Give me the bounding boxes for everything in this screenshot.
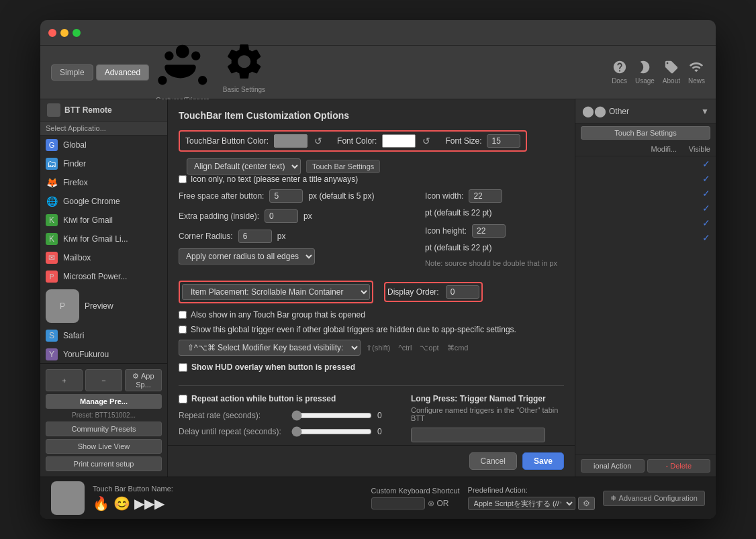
sidebar-item-finder[interactable]: 🗂 Finder (40, 154, 167, 173)
bottom-bar: Touch Bar Button Name: 🔥 😊 ▶▶▶ Custom Ke… (40, 477, 716, 519)
icon-only-checkbox[interactable] (179, 175, 187, 183)
font-size-input[interactable] (487, 134, 520, 148)
placement-select[interactable]: Item Placement: Scrollable Main Containe… (182, 284, 370, 300)
repeat-rate-slider[interactable] (291, 410, 372, 421)
minimize-button[interactable] (60, 29, 68, 37)
touchbar-settings-button[interactable]: Touch Bar Settings (306, 160, 380, 173)
sidebar-item-firefox[interactable]: 🦊 Firefox (40, 173, 167, 192)
icon-width-input[interactable] (469, 189, 502, 203)
delete-button[interactable]: - Delete (647, 459, 711, 473)
icon-only-label: Icon only, no text (please enter a title… (191, 175, 358, 184)
docs-icon-item[interactable]: Docs (612, 60, 627, 85)
ks-input[interactable] (371, 497, 425, 509)
save-button[interactable]: Save (522, 452, 564, 470)
manage-presets-button[interactable]: Manage Pre... (46, 394, 162, 409)
advanced-config-button[interactable]: ❄ Advanced Configuration (603, 491, 705, 506)
show-live-view-button[interactable]: Show Live View (46, 439, 162, 454)
print-current-button[interactable]: Print current setup (46, 456, 162, 471)
finder-icon: 🗂 (46, 158, 58, 170)
placement-highlight: Item Placement: Scrollable Main Containe… (179, 281, 373, 303)
placement-row: Item Placement: Scrollable Main Containe… (179, 281, 564, 303)
free-space-input[interactable] (269, 189, 303, 203)
sidebar-item-mailbox[interactable]: ✉ Mailbox (40, 248, 167, 267)
free-space-label: Free space after button: (179, 191, 264, 201)
rp-check-1[interactable]: ✓ (702, 158, 710, 169)
gestures-triggers-icon-item[interactable]: Gestures/Triggers (156, 40, 209, 104)
repeat-rate-label: Repeat rate (seconds): (179, 411, 286, 420)
show-global-checkbox[interactable] (179, 326, 187, 334)
repeat-rate-row: Repeat rate (seconds): 0 (179, 410, 391, 421)
align-select[interactable]: Align Default (center text) (187, 158, 301, 175)
sidebar-item-yoru[interactable]: Y YoruFukurou (40, 345, 167, 363)
sidebar-item-ms[interactable]: P Microsoft Power... (40, 267, 167, 286)
app-settings-button[interactable]: ⚙ App Sp... (125, 369, 162, 391)
rp-check-6[interactable]: ✓ (702, 232, 710, 243)
pd-gear-btn[interactable]: ⚙ (578, 497, 595, 510)
rp-item-6: ✓ (575, 230, 716, 245)
cancel-button[interactable]: Cancel (469, 452, 517, 470)
corner-radius-select[interactable]: Apply corner radius to all edges (179, 248, 315, 264)
button-color-reset[interactable]: ↺ (313, 136, 324, 146)
sidebar-item-chrome[interactable]: 🌐 Google Chrome (40, 192, 167, 211)
pd-select[interactable]: Apple Scriptを実行する (//∨ (468, 497, 575, 510)
maximize-button[interactable] (73, 29, 81, 37)
button-name-row: Touch Bar Button Name: (93, 485, 363, 493)
btt-icon (47, 103, 60, 117)
main-window: Simple Advanced Gestures/Triggers Basic … (40, 20, 716, 519)
font-color-swatch[interactable] (382, 134, 416, 148)
icon-height-input[interactable] (472, 224, 506, 238)
rp-check-5[interactable]: ✓ (702, 217, 710, 228)
community-presets-button[interactable]: Community Presets (46, 422, 162, 436)
rp-check-3[interactable]: ✓ (702, 188, 710, 199)
rp-check-2[interactable]: ✓ (702, 173, 710, 184)
about-icon-item[interactable]: About (663, 60, 680, 85)
remove-button[interactable]: − (85, 369, 122, 391)
hud-checkbox[interactable] (179, 363, 187, 372)
usage-icon-item[interactable]: Usage (635, 60, 655, 85)
delay-slider[interactable] (291, 426, 372, 437)
sidebar-item-kiwi2[interactable]: K Kiwi for Gmail Li... (40, 230, 167, 248)
button-color-swatch[interactable] (274, 134, 308, 148)
gear-icon (223, 40, 265, 83)
section-title: TouchBar Item Customization Options (179, 110, 564, 121)
font-color-reset[interactable]: ↺ (421, 136, 432, 146)
delay-label: Delay until repeat (seconds): (179, 427, 286, 436)
sidebar-item-preview[interactable]: P Preview (40, 286, 167, 326)
additional-action-button[interactable]: ional Action (581, 459, 645, 473)
lp-input[interactable] (411, 428, 545, 442)
modifier-select[interactable]: ⇧^⌥⌘ Select Modifier Key based visibilit… (179, 340, 361, 356)
close-button[interactable] (48, 29, 56, 37)
also-show-checkbox[interactable] (179, 311, 187, 319)
note-row: Note: source should be double that in px (425, 259, 564, 267)
sidebar-item-safari[interactable]: S Safari (40, 326, 167, 345)
basic-settings-icon-item[interactable]: Basic Settings (223, 40, 265, 104)
news-icon-item[interactable]: News (688, 60, 705, 85)
dialog-footer: Cancel Save (168, 445, 575, 477)
simple-button[interactable]: Simple (51, 64, 93, 81)
sidebar-item-kiwi[interactable]: K Kiwi for Gmail (40, 211, 167, 230)
firefox-icon: 🦊 (46, 177, 58, 189)
app-icon-preview (51, 481, 85, 515)
repeat-checkbox[interactable] (179, 395, 187, 403)
rp-check-4[interactable]: ✓ (702, 203, 710, 213)
modifier-row: ⇧^⌥⌘ Select Modifier Key based visibilit… (179, 340, 564, 356)
display-order-input[interactable] (446, 285, 479, 299)
advanced-button[interactable]: Advanced (96, 64, 149, 81)
icon-height-label: Icon height: (425, 226, 467, 236)
preview-icon: P (46, 289, 79, 323)
extra-padding-input[interactable] (265, 209, 298, 223)
rp-dots: ⬤⬤ (582, 105, 606, 117)
cmd-key: ⌘cmd (447, 344, 469, 352)
emoji-smile: 😊 (113, 495, 130, 511)
corner-radius-input[interactable] (238, 230, 272, 243)
add-button[interactable]: + (46, 369, 83, 391)
sidebar-item-global[interactable]: G Global (40, 136, 167, 154)
rp-item-2: ✓ (575, 171, 716, 186)
icon-only-row: Icon only, no text (please enter a title… (179, 175, 564, 184)
chrome-label: Google Chrome (63, 197, 120, 206)
font-size-label: Font Size: (445, 136, 481, 146)
advanced-config-label: Advanced Configuration (619, 494, 698, 502)
sidebar: BTT Remote Select Applicatio... G Global… (40, 99, 168, 477)
yoru-label: YoruFukurou (63, 350, 109, 359)
rp-touchbar-btn[interactable]: Touch Bar Settings (581, 126, 710, 140)
